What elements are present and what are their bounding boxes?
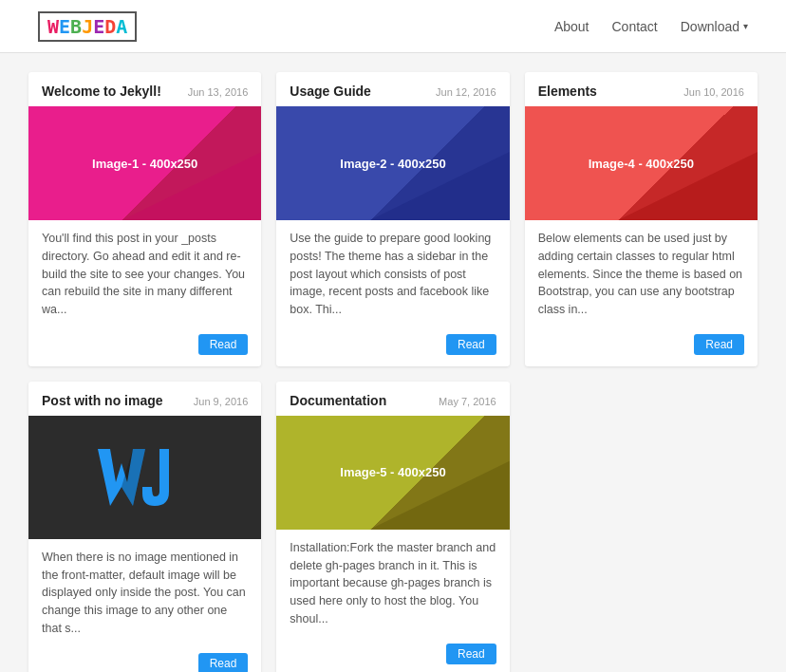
card-header-5: Documentation May 7, 2016 — [276, 382, 509, 416]
logo-text: WEBJEDA — [38, 11, 137, 42]
card-footer-3: Read — [525, 328, 758, 366]
post-card-2: Usage Guide Jun 12, 2016 Image-2 - 400x2… — [276, 72, 509, 366]
post-card-4: Post with no image Jun 9, 2016 When ther… — [28, 382, 261, 672]
card-header-3: Elements Jun 10, 2016 — [525, 72, 758, 106]
card-image-label-3: Image-4 - 400x250 — [589, 157, 694, 171]
posts-row-2: Post with no image Jun 9, 2016 When ther… — [28, 382, 758, 672]
main-content: Welcome to Jekyll! Jun 13, 2016 Image-1 … — [0, 53, 786, 672]
svg-marker-1 — [122, 449, 145, 506]
nav-download[interactable]: Download — [681, 19, 739, 34]
card-image-5: Image-5 - 400x250 — [276, 416, 509, 530]
nav-about[interactable]: About — [554, 19, 590, 34]
card-excerpt-4: When there is no image mentioned in the … — [28, 539, 261, 647]
read-button-3[interactable]: Read — [694, 334, 744, 355]
card-excerpt-5: Installation:Fork the master branch and … — [276, 530, 509, 638]
card-image-2: Image-2 - 400x250 — [276, 106, 509, 220]
logo[interactable]: WEBJEDA — [38, 11, 137, 42]
card-footer-4: Read — [28, 647, 261, 673]
card-title-3: Elements — [538, 84, 597, 99]
card-date-1: Jun 13, 2016 — [188, 86, 249, 98]
card-date-5: May 7, 2016 — [439, 396, 496, 407]
posts-row-1: Welcome to Jekyll! Jun 13, 2016 Image-1 … — [28, 72, 758, 366]
card-image-label-2: Image-2 - 400x250 — [340, 157, 445, 171]
card-date-2: Jun 12, 2016 — [436, 86, 496, 98]
card-excerpt-1: You'll find this post in your _posts dir… — [28, 220, 261, 328]
chevron-down-icon[interactable]: ▾ — [743, 21, 748, 31]
card-excerpt-3: Below elements can be used just by addin… — [525, 220, 758, 328]
post-card-3: Elements Jun 10, 2016 Image-4 - 400x250 … — [525, 72, 758, 366]
card-image-1: Image-1 - 400x250 — [28, 106, 261, 220]
card-title-5: Documentation — [290, 393, 386, 408]
nav-contact[interactable]: Contact — [611, 19, 657, 34]
post-card-5: Documentation May 7, 2016 Image-5 - 400x… — [276, 382, 509, 672]
read-button-5[interactable]: Read — [446, 644, 496, 664]
read-button-2[interactable]: Read — [446, 334, 496, 355]
card-footer-5: Read — [276, 638, 509, 673]
card-title-4: Post with no image — [42, 393, 163, 408]
card-footer-2: Read — [276, 328, 509, 366]
card-header-2: Usage Guide Jun 12, 2016 — [276, 72, 509, 106]
card-image-4 — [28, 416, 261, 539]
empty-slot — [525, 382, 758, 672]
nav-download-container: Download ▾ — [681, 19, 748, 34]
read-button-1[interactable]: Read — [198, 334, 249, 355]
card-date-3: Jun 10, 2016 — [683, 86, 744, 98]
card-image-label-1: Image-1 - 400x250 — [92, 157, 197, 171]
card-header-4: Post with no image Jun 9, 2016 — [28, 382, 261, 416]
card-image-3: Image-4 - 400x250 — [525, 106, 758, 220]
nav: About Contact Download ▾ — [554, 19, 748, 34]
post-card-1: Welcome to Jekyll! Jun 13, 2016 Image-1 … — [28, 72, 261, 366]
card-date-4: Jun 9, 2016 — [194, 396, 249, 407]
webjeda-logo-svg — [93, 444, 197, 511]
card-title-2: Usage Guide — [290, 84, 371, 99]
header: WEBJEDA About Contact Download ▾ — [0, 0, 786, 53]
read-button-4[interactable]: Read — [198, 653, 249, 673]
card-title-1: Welcome to Jekyll! — [42, 84, 161, 99]
card-header-1: Welcome to Jekyll! Jun 13, 2016 — [28, 72, 261, 106]
card-excerpt-2: Use the guide to prepare good looking po… — [276, 220, 509, 328]
card-footer-1: Read — [28, 328, 261, 366]
card-image-label-5: Image-5 - 400x250 — [340, 465, 445, 479]
